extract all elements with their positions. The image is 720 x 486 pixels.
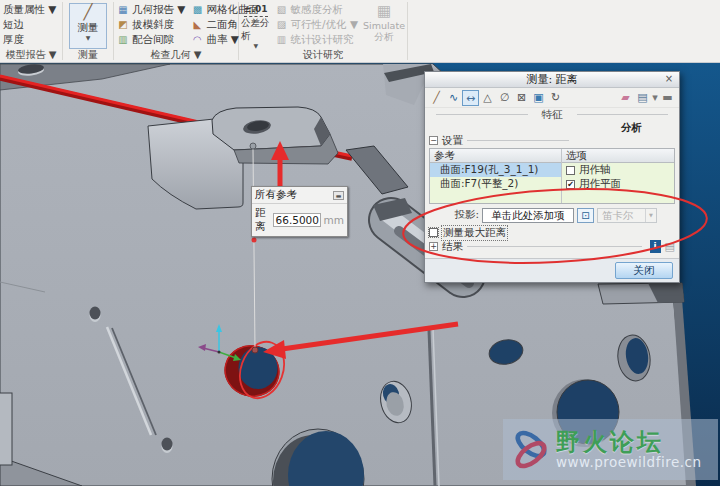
measure-distance-dialog: 测量: 距离 × ╱ ∿ ↔ △ ∅ ⊠ ▣ ↻ ▰ ▤ ▾ ▬ 特征 分析 −… — [424, 71, 680, 283]
tooltip-value: 66.5000 — [273, 213, 321, 227]
expand-section-icon[interactable]: + — [429, 242, 438, 251]
simulate-icon: ▦ — [377, 3, 391, 20]
use-as-plane-checkbox[interactable]: ✔ — [566, 180, 575, 189]
measure-angle-icon[interactable]: △ — [479, 90, 496, 106]
dialog-footer: 关闭 — [425, 258, 679, 282]
save-icon[interactable]: ▤ — [634, 90, 651, 106]
tooltip-collapse-icon[interactable]: ▬ — [333, 191, 344, 200]
group-label-measure: 测量 — [63, 48, 113, 62]
measure-diameter-icon[interactable]: ∅ — [496, 90, 513, 106]
info-icon[interactable]: i — [650, 240, 661, 253]
measure-transform-icon[interactable]: ↻ — [547, 90, 564, 106]
mass-properties-item[interactable]: 质量属性 ▼ — [0, 2, 62, 17]
measurement-result-tooltip[interactable]: 所有参考 ▬ 距离 66.5000 mm — [251, 186, 348, 237]
small-hole[interactable] — [162, 438, 173, 451]
ribbon-group-inspect-geometry: ▦几何报告 ▼ ◩拔模斜度 ▥配合间隙 ▩网格化曲面 ◣二面角 ◠曲率 ▼ 检查… — [114, 0, 238, 62]
measure-button[interactable]: ╱ 测量 ▼ — [69, 3, 107, 49]
tolerance-analysis-button[interactable]: ±.01 公差分析 ▼ — [241, 3, 271, 49]
forum-watermark: 野火论坛 www.proewildfire.cn — [503, 419, 718, 480]
max-distance-label[interactable]: 测量最大距离 — [442, 226, 507, 240]
draft-icon: ◩ — [117, 19, 129, 30]
forum-logo-icon — [508, 423, 554, 477]
thickness-item[interactable]: 厚度 — [0, 32, 62, 47]
max-distance-row: 测量最大距离 — [425, 225, 679, 240]
settings-section-header[interactable]: − 设置 — [425, 134, 679, 147]
ribbon-separator — [407, 2, 408, 60]
simulate-analysis-button[interactable]: ▦ Simulate 分析 — [363, 3, 405, 49]
max-distance-checkbox[interactable] — [429, 228, 438, 237]
short-edge-item[interactable]: 短边 — [0, 17, 62, 32]
draft-check-item[interactable]: ◩拔模斜度 — [114, 17, 188, 32]
results-section-header[interactable]: + 结果 i ▤ — [425, 240, 679, 253]
dihedral-icon: ◣ — [191, 19, 203, 30]
measurement-midpoint[interactable] — [252, 238, 257, 243]
ruler-icon: ╱ — [83, 4, 92, 21]
report-doc-icon[interactable]: ▤ — [665, 240, 675, 253]
clear-icon[interactable]: ▰ — [617, 90, 634, 106]
column-header-options: 选项 — [562, 149, 674, 163]
projection-label: 投影: — [425, 208, 479, 222]
use-as-axis-checkbox[interactable] — [566, 166, 575, 175]
geometry-report-item[interactable]: ▦几何报告 ▼ — [114, 2, 188, 17]
feasibility-item[interactable]: ▨可行性/优化 ▼ — [273, 17, 361, 32]
sensitivity-analysis-item[interactable]: ▧敏感度分析 — [273, 2, 361, 17]
projection-row: 投影: 单击此处添加项 ⊡ 笛卡尔 ▼ — [425, 204, 679, 225]
reference-row[interactable]: 曲面:F19(孔_3_1_1) — [430, 163, 561, 177]
close-button[interactable]: 关闭 — [615, 262, 673, 279]
measure-curve-icon[interactable]: ∿ — [445, 90, 462, 106]
dialog-toolbar: ╱ ∿ ↔ △ ∅ ⊠ ▣ ↻ ▰ ▤ ▾ ▬ — [425, 88, 679, 108]
measure-area-icon[interactable]: ⊠ — [513, 90, 530, 106]
group-label-design-study: 设计研究 — [239, 48, 407, 62]
reference-row[interactable]: 曲面:F7(平整_2) — [430, 177, 561, 191]
feasibility-icon: ▨ — [276, 19, 288, 30]
csys-select[interactable]: 笛卡尔 ▼ — [597, 208, 657, 223]
monitor-icon[interactable]: ⊡ — [577, 208, 594, 223]
measure-volume-icon[interactable]: ▣ — [530, 90, 547, 106]
dialog-title: 测量: 距离 — [526, 73, 577, 86]
ribbon-group-design-study: ±.01 公差分析 ▼ ▧敏感度分析 ▨可行性/优化 ▼ ▥统计设计研究 ▦ S… — [239, 0, 407, 62]
small-hole[interactable] — [90, 307, 101, 320]
tab-feature[interactable]: 特征 — [425, 108, 679, 121]
option-row: ✔ 用作平面 — [562, 177, 674, 191]
close-icon[interactable]: × — [662, 73, 676, 86]
ribbon: 质量属性 ▼ 短边 厚度 模型报告 ▼ ╱ 测量 ▼ 测量 ▦几何报告 ▼ ◩拔… — [0, 0, 720, 63]
chevron-down-icon: ▼ — [86, 35, 91, 41]
tooltip-title: 所有参考 — [255, 188, 297, 202]
group-label-inspect-geometry[interactable]: 检查几何 ▼ — [114, 48, 238, 62]
projection-collector[interactable]: 单击此处添加项 — [482, 208, 574, 223]
statistical-study-item[interactable]: ▥统计设计研究 — [273, 32, 361, 47]
measure-length-icon[interactable]: ╱ — [428, 90, 445, 106]
sensitivity-icon: ▧ — [276, 4, 288, 15]
collapse-dialog-icon[interactable]: ▬ — [659, 90, 676, 106]
tooltip-unit: mm — [324, 214, 344, 226]
tab-top-face[interactable] — [212, 107, 330, 150]
measurement-point-top[interactable] — [250, 143, 256, 149]
clearance-icon: ▥ — [117, 34, 129, 45]
save-dropdown-icon[interactable]: ▾ — [651, 90, 659, 106]
measure-distance-icon[interactable]: ↔ — [462, 90, 479, 106]
boss-cylinder[interactable] — [0, 393, 12, 465]
clearance-item[interactable]: ▥配合间隙 — [114, 32, 188, 47]
tolerance-icon: ±.01 — [244, 3, 267, 17]
mesh-icon: ▩ — [191, 4, 203, 15]
watermark-url: www.proewildfire.cn — [556, 455, 702, 470]
geometry-report-icon: ▦ — [117, 4, 129, 15]
ribbon-group-model-report: 质量属性 ▼ 短边 厚度 模型报告 ▼ — [0, 0, 62, 62]
tab-analysis[interactable]: 分析 — [425, 121, 679, 134]
references-table: 参考 曲面:F19(孔_3_1_1) 曲面:F7(平整_2) 选项 用作轴 ✔ … — [429, 148, 675, 204]
tooltip-metric-label: 距离 — [255, 206, 270, 234]
lower-right-bracket[interactable] — [598, 283, 684, 304]
measurement-point-bottom[interactable] — [252, 347, 258, 353]
dialog-titlebar[interactable]: 测量: 距离 × — [425, 72, 679, 88]
curvature-icon: ◠ — [191, 34, 203, 45]
watermark-title: 野火论坛 — [556, 429, 702, 455]
chevron-down-icon[interactable]: ▼ — [645, 209, 656, 222]
column-header-reference: 参考 — [430, 149, 561, 163]
group-label-model-report[interactable]: 模型报告 ▼ — [0, 48, 62, 62]
ribbon-group-measure: ╱ 测量 ▼ 测量 — [63, 0, 113, 62]
application-window: 质量属性 ▼ 短边 厚度 模型报告 ▼ ╱ 测量 ▼ 测量 ▦几何报告 ▼ ◩拔… — [0, 0, 720, 486]
collapse-section-icon[interactable]: − — [429, 136, 438, 145]
statistics-icon: ▥ — [276, 34, 288, 45]
option-row: 用作轴 — [562, 163, 674, 177]
